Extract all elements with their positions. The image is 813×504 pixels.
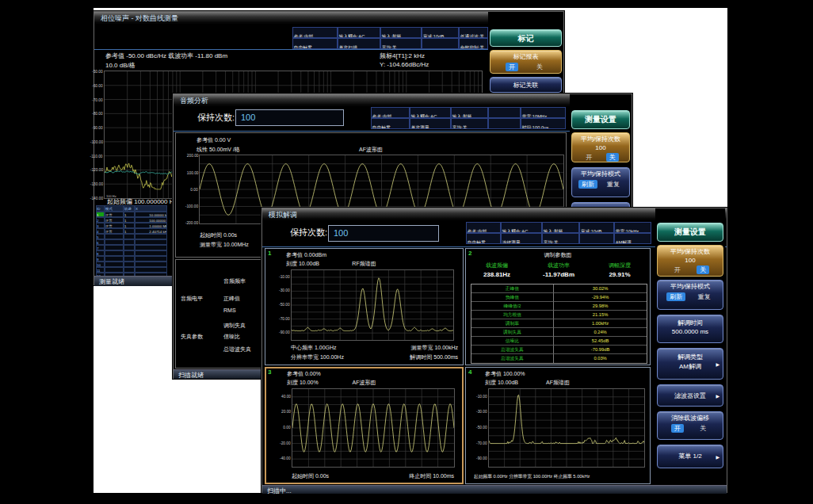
table-cell: [105, 250, 124, 256]
demod-type-button[interactable]: 解调类型 AM解调 ▶: [657, 348, 723, 380]
toggle-off[interactable]: 关: [606, 153, 619, 162]
table-cell: [135, 239, 167, 245]
table-cell: 4: [96, 228, 105, 234]
mode-repeat[interactable]: 重复: [695, 292, 714, 301]
graph-title: AF波形图: [359, 146, 383, 154]
table-cell: 信噪比: [471, 337, 554, 346]
table-row: 总谐波失真-70.99dB: [471, 346, 647, 354]
table-row: 自由触发单次测量平均:关时间:100.0μs: [371, 118, 566, 129]
hold-count-input[interactable]: 100: [328, 225, 439, 242]
panel-af-spectrum[interactable]: 4 参考值 100.00% 刻度 10.00dB AF频谱图 -10.00-30…: [465, 367, 651, 484]
readout-value: 238.81Hz: [468, 271, 526, 278]
table-cell: 1.00kHz: [554, 319, 647, 328]
measure-setup-button[interactable]: 测量设置: [657, 223, 723, 242]
axis-label: -140.00: [90, 196, 103, 200]
mode-refresh[interactable]: 刷新: [578, 180, 597, 189]
marker-button[interactable]: 标记: [490, 29, 562, 47]
marker-table-header: ID模式轨迹X: [96, 205, 167, 212]
table-cell: 8: [96, 250, 105, 256]
marker-table-body[interactable]: 1正常110.00000 kHz2正常1100.00000 kHz3正常11.0…: [96, 212, 167, 278]
table-cell: 正常: [105, 217, 124, 223]
axis-label: -80.00: [92, 112, 103, 116]
table-row: 1正常110.00000 kHz: [96, 212, 167, 217]
table-row: 5: [96, 234, 167, 239]
axis-label: -200.00: [185, 221, 198, 225]
table-cell: 时间:100.0μs: [521, 118, 566, 129]
table-row: 9: [96, 256, 167, 262]
panel-number: 1: [268, 250, 271, 257]
panel-rf-spectrum[interactable]: 1 参考值 0.00dBm 刻度 10.00dB RF频谱图 -10.00-30…: [265, 248, 464, 365]
toggle-on[interactable]: 开: [671, 265, 684, 274]
table-row: ID模式轨迹X: [96, 205, 167, 212]
toggle-off[interactable]: 关: [697, 424, 709, 433]
toggle-on[interactable]: 开: [671, 424, 684, 433]
axis-label: -100.00: [90, 139, 103, 143]
table-cell: 衰减:10dB: [579, 222, 614, 233]
table-row: 峰峰值/229.98%: [471, 302, 647, 311]
toggle-off[interactable]: 关: [533, 63, 546, 71]
rf-spectrum-plot: -10.00-30.00-50.00-70.00-90.00: [291, 269, 454, 341]
table-cell: [135, 250, 167, 256]
table-row: 参考:内部输入耦合:AC输入:射频带宽:10MHz: [371, 107, 566, 118]
button-label: 滤波器设置: [658, 391, 723, 400]
carrier-offset-button[interactable]: 消除载波偏移 开 关: [657, 411, 723, 440]
table-cell: [124, 262, 135, 267]
axis-label: 0.00: [191, 187, 198, 191]
reference-readout: 参考值 0.00 V: [197, 136, 231, 144]
table-cell: 52.45dB: [554, 337, 647, 346]
marker-report-button[interactable]: 标记报表 开 关: [490, 50, 562, 74]
button-label: 平均/保持模式: [658, 282, 723, 291]
axis-label: -50.00: [476, 426, 487, 430]
axis-label: 20.00: [281, 410, 291, 414]
table-cell: 峰峰值/2: [471, 302, 554, 311]
menu-page-button[interactable]: 菜单 1/2 ▶: [657, 445, 723, 468]
axis-label: -10.00: [476, 395, 487, 399]
status-grid: 参考:内部输入耦合:AC输入:射频衰减:10dB带宽:10kHz自由触发连续测量…: [466, 222, 651, 244]
mode-refresh[interactable]: 刷新: [666, 292, 685, 301]
axis-label: -30.00: [476, 410, 487, 414]
scale-readout: 刻度 10.00dB: [485, 379, 518, 387]
hold-count-input[interactable]: 100: [235, 109, 344, 126]
avg-hold-mode-button[interactable]: 平均/保持模式 刷新 重复: [571, 167, 630, 197]
table-cell: 参考:内部: [292, 27, 338, 38]
button-label: 测量设置: [658, 223, 723, 240]
toggle-off[interactable]: 关: [697, 265, 709, 274]
button-label: 解调时间: [658, 319, 723, 327]
scale-readout: 刻度 10.00%: [287, 379, 319, 387]
window-title: 音频分析: [180, 96, 208, 106]
table-cell: [579, 233, 614, 244]
axis-label: -90.00: [92, 125, 103, 129]
panel-af-waveform[interactable]: 3 参考值 0.00% 刻度 10.00% AF波形图 40.0020.000.…: [265, 367, 464, 484]
avg-hold-count-button[interactable]: 平均/保持次数 100 开 关: [657, 245, 723, 277]
table-cell: 1: [124, 217, 135, 223]
start-time-readout: 起始时间 0.00s: [292, 472, 329, 480]
demod-time-readout: 解调时间 500.00ms: [410, 353, 458, 361]
table-cell: [124, 250, 135, 256]
table-cell: [124, 245, 135, 250]
axis-label: -120.00: [90, 168, 103, 172]
axis-label: -100.00: [185, 204, 198, 208]
table-cell: 参考:内部: [466, 222, 501, 233]
button-label: 平均/保持次数: [572, 135, 629, 143]
axis-label: -130.00: [90, 182, 103, 186]
af-waveform-trace: [292, 389, 454, 467]
marker-link-button[interactable]: 标记关联: [490, 77, 562, 93]
measure-setup-button[interactable]: 测量设置: [571, 110, 630, 129]
table-cell: 总谐波失真: [471, 354, 554, 363]
mode-repeat[interactable]: 重复: [604, 180, 623, 189]
table-cell: 带宽:10MHz: [521, 107, 566, 118]
panel-mod-params[interactable]: 2 调制参数图 载波频偏 238.81Hz 载波功率 -11.97dBm 调幅深…: [465, 248, 651, 365]
table-cell: 1.00000 MHz: [135, 223, 167, 228]
table-cell: [135, 262, 167, 267]
avg-hold-mode-button[interactable]: 平均/保持模式 刷新 重复: [657, 280, 723, 310]
avg-hold-count-button[interactable]: 平均/保持次数 100 开 关: [571, 132, 630, 162]
button-label: 解调类型: [658, 353, 723, 361]
demod-time-button[interactable]: 解调时间 500.0000 ms: [657, 315, 723, 343]
axis-label: -70.00: [279, 317, 290, 321]
toggle-on[interactable]: 开: [506, 63, 518, 71]
titlebar: 音频分析 08:44:24 2015/6/16: [174, 94, 632, 106]
toggle-on[interactable]: 开: [582, 153, 595, 162]
filter-setup-button[interactable]: 滤波器设置 ▶: [657, 384, 723, 407]
stage: 相位噪声 - 对数曲线测量 16:54:24 2015/6/15 参考:内部输入…: [0, 0, 813, 504]
scale-readout: 线性 50.00mV /格: [197, 146, 240, 154]
